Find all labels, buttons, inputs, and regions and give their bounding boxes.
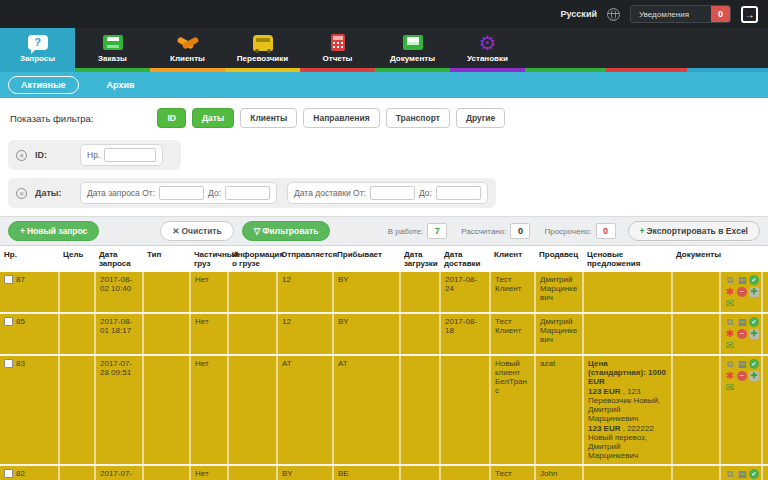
plus-icon: +: [20, 226, 25, 236]
cell-client: Новый клиент БелТранс: [490, 355, 535, 465]
approve-action-icon[interactable]: ✔: [749, 469, 759, 479]
price-offer-line: 123 EUR , 222222 Новый перевоз, Дмитрий …: [588, 424, 667, 460]
id-input[interactable]: [104, 148, 156, 162]
logout-icon[interactable]: →: [741, 6, 758, 23]
card-action-icon[interactable]: ▤: [737, 317, 747, 327]
add-action-icon[interactable]: ✚: [749, 371, 759, 381]
main-nav: ? Запросы Заказы Клиенты Перевозчики Отч…: [0, 28, 768, 68]
column-header: Цель: [59, 246, 95, 272]
filters-zone: Показать фильтра: ID Даты Клиенты Направ…: [0, 98, 768, 216]
remove-dates-filter-icon[interactable]: ✕: [16, 188, 27, 199]
nav-tab-zaprosy[interactable]: ? Запросы: [0, 28, 75, 68]
globe-icon[interactable]: [607, 8, 620, 21]
column-header: Тип: [143, 246, 190, 272]
cell-partial: Нет: [190, 313, 228, 355]
strip-segment: [606, 68, 687, 72]
id-field-group: Нр.: [80, 144, 163, 166]
top-bar: Русский Уведомления 0 →: [0, 0, 768, 28]
nav-tab-perevozchiki[interactable]: Перевозчики: [225, 28, 300, 68]
delete-action-icon[interactable]: ✱: [725, 287, 735, 297]
card-action-icon[interactable]: ▤: [737, 469, 747, 479]
nav-tab-ustanovki[interactable]: ⚙ Установки: [450, 28, 525, 68]
copy-action-icon[interactable]: ⧉: [725, 275, 735, 285]
cell-seller: azat: [535, 355, 583, 465]
add-action-icon[interactable]: ✚: [749, 287, 759, 297]
cell-delivery-date: [440, 355, 490, 465]
table-row: 832017-07-28 09:51НетATATНовый клиент Бе…: [0, 355, 768, 465]
cell-nr: 87: [0, 272, 59, 313]
nav-tab-zakazy[interactable]: Заказы: [75, 28, 150, 68]
funnel-icon: ▽: [254, 226, 261, 236]
notifications-count-badge: 0: [711, 6, 730, 22]
delivery-date-to-input[interactable]: [436, 186, 481, 200]
calculated-label: Рассчитано:: [461, 227, 506, 236]
in-work-value: 7: [427, 223, 447, 239]
notifications-widget[interactable]: Уведомления 0: [630, 5, 731, 23]
request-number[interactable]: 85: [16, 317, 25, 326]
copy-action-icon[interactable]: ⧉: [725, 359, 735, 369]
row-checkbox[interactable]: [4, 469, 13, 478]
block-action-icon[interactable]: −: [737, 329, 747, 339]
mail-action-icon[interactable]: ✉: [725, 383, 735, 393]
column-header: Информация о грузе: [228, 246, 277, 272]
request-date-from-input[interactable]: [159, 186, 204, 200]
cell-client: Тест Клиент: [490, 465, 535, 480]
copy-action-icon[interactable]: ⧉: [725, 469, 735, 479]
export-excel-button[interactable]: +Экспортировать в Excel: [628, 221, 760, 241]
column-header: Клиент: [490, 246, 535, 272]
cell-load-date: [400, 465, 440, 480]
cell-cargo: [228, 313, 277, 355]
column-header: [762, 246, 768, 272]
filter-button[interactable]: ▽Фильтровать: [242, 221, 331, 241]
new-request-button[interactable]: +Новый запрос: [8, 221, 99, 241]
filter-pill-directions[interactable]: Направления: [303, 108, 379, 128]
card-action-icon[interactable]: ▤: [737, 275, 747, 285]
filter-pill-dates[interactable]: Даты: [192, 108, 234, 128]
request-number[interactable]: 82: [16, 469, 25, 478]
mail-action-icon[interactable]: ✉: [725, 341, 735, 351]
row-checkbox[interactable]: [4, 359, 13, 368]
row-checkbox[interactable]: [4, 317, 13, 326]
request-number[interactable]: 83: [16, 359, 25, 368]
nav-tab-otchety[interactable]: Отчеты: [300, 28, 375, 68]
language-selector[interactable]: Русский: [561, 9, 597, 19]
nav-tab-dokumenty[interactable]: Документы: [375, 28, 450, 68]
nav-tab-klienty[interactable]: Клиенты: [150, 28, 225, 68]
mail-action-icon[interactable]: ✉: [725, 299, 735, 309]
filter-pill-transport[interactable]: Транспорт: [386, 108, 450, 128]
strip-segment: [375, 68, 450, 72]
column-header: Дата загрузки: [400, 246, 440, 272]
add-action-icon[interactable]: ✚: [749, 329, 759, 339]
copy-action-icon[interactable]: ⧉: [725, 317, 735, 327]
approve-action-icon[interactable]: ✔: [749, 275, 759, 285]
block-action-icon[interactable]: −: [737, 287, 747, 297]
filter-pill-clients[interactable]: Клиенты: [240, 108, 297, 128]
request-date-to-input[interactable]: [225, 186, 270, 200]
delivery-date-from-label: Дата доставки От:: [294, 188, 366, 198]
table-row: 822017-07-28 09:46НетBYBEТест КлиентJohn…: [0, 465, 768, 480]
cell-client: Тест Клиент: [490, 313, 535, 355]
filter-pill-other[interactable]: Другие: [456, 108, 505, 128]
column-header: Документы: [672, 246, 720, 272]
delete-action-icon[interactable]: ✱: [725, 329, 735, 339]
tab-archive[interactable]: Архив: [95, 77, 147, 93]
row-checkbox[interactable]: [4, 275, 13, 284]
cell-delivery-date: [440, 465, 490, 480]
approve-action-icon[interactable]: ✔: [749, 359, 759, 369]
overdue-counter: Просрочено: 0: [544, 223, 615, 239]
clear-button[interactable]: ✕Очистить: [160, 221, 233, 241]
delivery-date-group: Дата доставки От: До:: [287, 182, 488, 204]
column-header: Ценовые предложения: [583, 246, 672, 272]
delivery-date-from-input[interactable]: [370, 186, 415, 200]
request-number[interactable]: 87: [16, 275, 25, 284]
cell-seller: Дмитрий Марцинкевич: [535, 272, 583, 313]
card-action-icon[interactable]: ▤: [737, 359, 747, 369]
tab-active-requests[interactable]: Активные: [8, 76, 79, 94]
column-header: Частичный груз: [190, 246, 228, 272]
block-action-icon[interactable]: −: [737, 371, 747, 381]
cell-seller: John Smith: [535, 465, 583, 480]
delete-action-icon[interactable]: ✱: [725, 371, 735, 381]
remove-id-filter-icon[interactable]: ✕: [16, 150, 27, 161]
approve-action-icon[interactable]: ✔: [749, 317, 759, 327]
filter-pill-id[interactable]: ID: [157, 108, 186, 128]
